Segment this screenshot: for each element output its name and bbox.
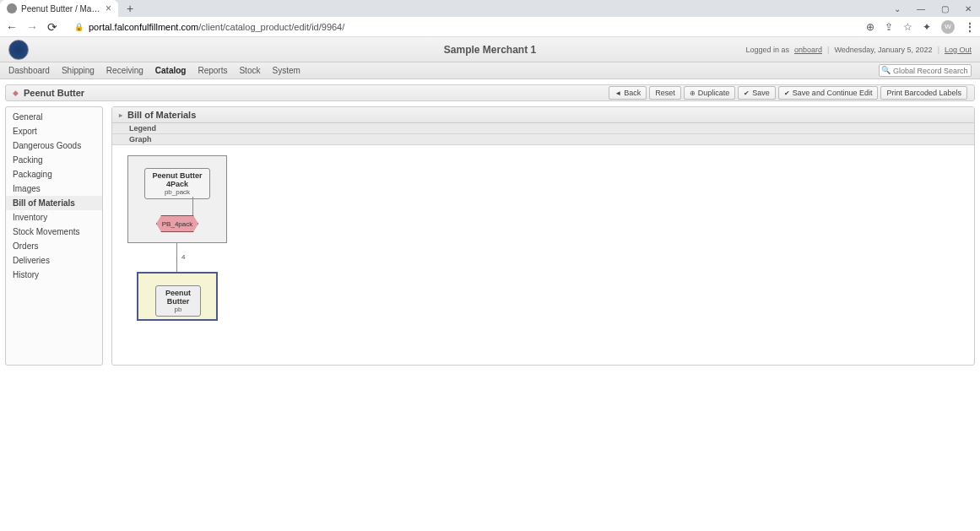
minimize-button[interactable]: — bbox=[909, 0, 933, 17]
separator: | bbox=[938, 46, 939, 54]
main-panel: ▸ Bill of Materials Legend Graph Peenut … bbox=[111, 106, 975, 366]
duplicate-icon: ⊕ bbox=[690, 89, 696, 97]
header-right: Logged in as onboard | Wednesday, Januar… bbox=[745, 46, 972, 54]
graph-node-parent[interactable]: Peenut Butter 4Pack pb_pack bbox=[144, 168, 210, 199]
sidebar-item-inventory[interactable]: Inventory bbox=[6, 210, 102, 225]
address-bar: ← → ⟳ 🔒 portal.falconfulfillment.com/cli… bbox=[0, 17, 980, 37]
menu-icon[interactable]: ⋮ bbox=[965, 21, 975, 33]
logged-in-user-link[interactable]: onboard bbox=[794, 46, 822, 54]
nav-catalog[interactable]: Catalog bbox=[155, 66, 187, 75]
reset-button[interactable]: Reset bbox=[649, 86, 681, 100]
graph-bar[interactable]: Graph bbox=[112, 134, 974, 145]
graph-parent-container[interactable]: Peenut Butter 4Pack pb_pack PB_4pack bbox=[127, 155, 227, 243]
url-field[interactable]: 🔒 portal.falconfulfillment.com/client/ca… bbox=[74, 22, 859, 32]
nav-system[interactable]: System bbox=[272, 66, 300, 75]
url-text: portal.falconfulfillment.com/client/cata… bbox=[89, 22, 344, 32]
global-search-input[interactable] bbox=[879, 64, 972, 77]
nav-receiving[interactable]: Receiving bbox=[106, 66, 143, 75]
forward-nav-icon[interactable]: → bbox=[25, 20, 39, 34]
sidebar-item-deliveries[interactable]: Deliveries bbox=[6, 253, 102, 268]
sidebar-item-packing[interactable]: Packing bbox=[6, 153, 102, 167]
graph-child-container[interactable]: Peenut Butter pb bbox=[137, 272, 218, 321]
bookmark-icon[interactable]: ☆ bbox=[903, 21, 912, 33]
graph-hexagon-node[interactable]: PB_4pack bbox=[156, 215, 198, 232]
sidebar-item-packaging[interactable]: Packaging bbox=[6, 167, 102, 182]
logged-in-prefix: Logged in as bbox=[745, 46, 789, 54]
node-name: Peenut Butter bbox=[160, 289, 197, 306]
node-sku: pb bbox=[160, 306, 197, 313]
nav-reports[interactable]: Reports bbox=[198, 66, 227, 75]
legend-bar[interactable]: Legend bbox=[112, 123, 974, 134]
share-icon[interactable]: ⇪ bbox=[885, 21, 893, 33]
sidebar: General Export Dangerous Goods Packing P… bbox=[5, 106, 103, 366]
body-columns: General Export Dangerous Goods Packing P… bbox=[5, 106, 975, 366]
graph-edge-qty: 4 bbox=[181, 253, 185, 261]
logout-link[interactable]: Log Out bbox=[945, 46, 972, 54]
panel-title: Bill of Materials bbox=[127, 110, 196, 120]
print-labels-button[interactable]: Print Barcoded Labels bbox=[880, 86, 967, 100]
search-icon: 🔍 bbox=[881, 66, 891, 74]
graph-area: Peenut Butter 4Pack pb_pack PB_4pack 4 ▼… bbox=[112, 145, 974, 365]
tab-title: Peenut Butter / Manage Produc bbox=[21, 4, 101, 14]
back-nav-icon[interactable]: ← bbox=[5, 20, 19, 34]
back-button[interactable]: ◄Back bbox=[609, 86, 647, 100]
chevron-icon: ▸ bbox=[119, 111, 122, 119]
node-sku: pb_pack bbox=[149, 188, 206, 196]
global-search: 🔍 bbox=[879, 64, 972, 77]
save-continue-button[interactable]: ✔Save and Continue Edit bbox=[778, 86, 879, 100]
page-title: Peenut Butter bbox=[24, 88, 84, 98]
merchant-name: Sample Merchant 1 bbox=[444, 44, 536, 56]
maximize-button[interactable]: ▢ bbox=[933, 0, 956, 17]
check-icon: ✔ bbox=[744, 89, 750, 97]
sidebar-item-history[interactable]: History bbox=[6, 268, 102, 282]
check-icon: ✔ bbox=[784, 89, 790, 97]
panel-header: ▸ Bill of Materials bbox=[112, 107, 974, 123]
page-header-icon: ◆ bbox=[13, 89, 19, 97]
sidebar-item-bom[interactable]: Bill of Materials bbox=[6, 196, 102, 210]
sidebar-item-general[interactable]: General bbox=[6, 110, 102, 124]
sidebar-item-stock-movements[interactable]: Stock Movements bbox=[6, 225, 102, 239]
chrome-dropdown-icon[interactable]: ⌄ bbox=[885, 0, 909, 17]
profile-avatar[interactable]: W bbox=[941, 20, 955, 34]
browser-tab-strip: Peenut Butter / Manage Produc × + ⌄ — ▢ … bbox=[0, 0, 980, 17]
reload-icon[interactable]: ⟳ bbox=[46, 20, 59, 34]
content-wrap: ◆ Peenut Butter ◄Back Reset ⊕Duplicate ✔… bbox=[0, 79, 980, 371]
graph-edge bbox=[176, 243, 177, 272]
lock-icon: 🔒 bbox=[74, 23, 84, 31]
current-date: Wednesday, January 5, 2022 bbox=[834, 46, 932, 54]
app-logo[interactable] bbox=[8, 40, 29, 60]
browser-action-icons: ⊕ ⇪ ☆ ✦ W ⋮ bbox=[866, 20, 975, 34]
sidebar-item-orders[interactable]: Orders bbox=[6, 239, 102, 253]
page-actions: ◄Back Reset ⊕Duplicate ✔Save ✔Save and C… bbox=[609, 86, 967, 100]
new-tab-button[interactable]: + bbox=[118, 0, 142, 17]
page-header: ◆ Peenut Butter ◄Back Reset ⊕Duplicate ✔… bbox=[5, 84, 975, 101]
graph-node-child[interactable]: Peenut Butter pb bbox=[155, 285, 201, 317]
node-name: Peenut Butter 4Pack bbox=[149, 171, 206, 188]
graph-edge bbox=[192, 197, 193, 215]
nav-dashboard[interactable]: Dashboard bbox=[8, 66, 50, 75]
window-controls: ⌄ — ▢ ✕ bbox=[885, 0, 980, 17]
duplicate-button[interactable]: ⊕Duplicate bbox=[684, 86, 736, 100]
separator: | bbox=[827, 46, 829, 54]
sidebar-item-export[interactable]: Export bbox=[6, 124, 102, 138]
nav-shipping[interactable]: Shipping bbox=[62, 66, 95, 75]
tab-close-icon[interactable]: × bbox=[106, 3, 111, 14]
app-header: Sample Merchant 1 Logged in as onboard |… bbox=[0, 37, 980, 62]
close-window-button[interactable]: ✕ bbox=[956, 0, 980, 17]
sidebar-item-dangerous-goods[interactable]: Dangerous Goods bbox=[6, 138, 102, 153]
browser-tab[interactable]: Peenut Butter / Manage Produc × bbox=[0, 0, 118, 17]
nav-stock[interactable]: Stock bbox=[239, 66, 260, 75]
save-button[interactable]: ✔Save bbox=[738, 86, 776, 100]
back-icon: ◄ bbox=[615, 89, 621, 97]
sidebar-item-images[interactable]: Images bbox=[6, 182, 102, 196]
main-nav: Dashboard Shipping Receiving Catalog Rep… bbox=[0, 62, 980, 79]
zoom-icon[interactable]: ⊕ bbox=[866, 21, 874, 33]
tab-favicon bbox=[7, 3, 17, 14]
extensions-icon[interactable]: ✦ bbox=[923, 21, 931, 33]
